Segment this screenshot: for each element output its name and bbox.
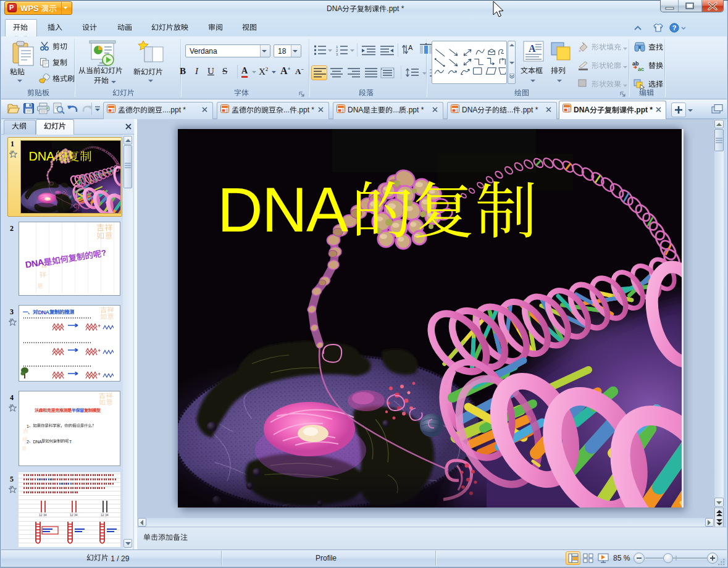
svg-text:ac: ac bbox=[638, 66, 644, 72]
svg-text:+: + bbox=[98, 323, 101, 329]
svg-text:3: 3 bbox=[336, 52, 338, 56]
svg-text:12 34: 12 34 bbox=[101, 513, 109, 517]
svg-text:12 34: 12 34 bbox=[70, 513, 78, 517]
svg-text:?: ? bbox=[672, 24, 677, 31]
svg-text:A: A bbox=[529, 43, 536, 54]
svg-text:+: + bbox=[98, 348, 101, 354]
svg-text:A: A bbox=[408, 44, 413, 51]
svg-text:+: + bbox=[98, 371, 101, 377]
svg-text:12 34: 12 34 bbox=[39, 513, 47, 517]
